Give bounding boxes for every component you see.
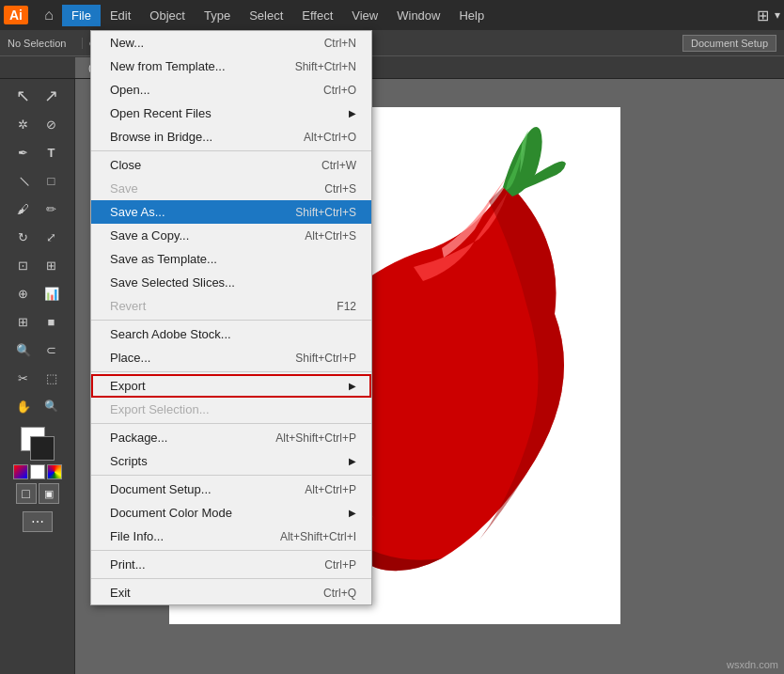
menu-exit[interactable]: Exit Ctrl+Q: [91, 581, 371, 604]
symbol-tools: ⊕ 📊: [10, 280, 65, 306]
menu-close[interactable]: Close Ctrl+W: [91, 153, 371, 177]
direct-selection-tool[interactable]: ↗: [39, 83, 65, 109]
paintbrush-tool[interactable]: 🖌: [10, 196, 37, 222]
menu-save-template[interactable]: Save as Template...: [91, 247, 371, 271]
menu-file[interactable]: File: [62, 5, 101, 26]
sidebar: ↖ ↗ ✲ ⊘ ✒ T | □ 🖌 ✏ ↻ ⤢ ⊡ ⊞ ⊕ 📊: [0, 79, 75, 674]
menu-new[interactable]: New... Ctrl+N: [91, 31, 371, 55]
menu-type[interactable]: Type: [195, 5, 240, 26]
menu-object[interactable]: Object: [140, 5, 195, 26]
menu-close-shortcut: Ctrl+W: [321, 159, 356, 172]
line-tool[interactable]: |: [5, 162, 42, 199]
export-arrow: ▶: [349, 381, 356, 391]
menu-save-copy-label: Save a Copy...: [110, 228, 189, 243]
gradient-mode-btn[interactable]: [47, 464, 62, 479]
arrange-icon[interactable]: ▾: [775, 8, 780, 22]
menu-doc-color-mode[interactable]: Document Color Mode ▶: [91, 501, 371, 525]
menu-open-shortcut: Ctrl+O: [323, 84, 356, 97]
symbol-sprayer-tool[interactable]: ⊕: [10, 280, 37, 306]
watermark: wsxdn.com: [727, 659, 778, 670]
fill-stroke-area: [21, 427, 55, 461]
screen-mode-btn[interactable]: ⋯: [23, 511, 53, 532]
color-mode-btn[interactable]: [13, 464, 28, 479]
menu-edit[interactable]: Edit: [101, 5, 140, 26]
free-transform-tool[interactable]: ⊞: [39, 252, 65, 278]
lasso-tool[interactable]: ⊘: [39, 111, 65, 137]
eraser-tool[interactable]: ⬚: [39, 365, 65, 391]
menu-effect[interactable]: Effect: [292, 5, 342, 26]
menu-place[interactable]: Place... Shift+Ctrl+P: [91, 346, 371, 369]
mesh-tool[interactable]: ⊞: [10, 308, 37, 335]
zoom-tool[interactable]: 🔍: [39, 393, 65, 419]
separator-3: [91, 371, 371, 372]
menu-save-copy-shortcut: Alt+Ctrl+S: [305, 229, 356, 243]
column-graph-tool[interactable]: 📊: [39, 280, 65, 306]
menu-export-label: Export: [110, 379, 146, 393]
hand-tool[interactable]: ✋: [10, 393, 37, 419]
menu-save-slices[interactable]: Save Selected Slices...: [91, 271, 371, 294]
menu-browse-bridge[interactable]: Browse in Bridge... Alt+Ctrl+O: [91, 125, 371, 149]
doc-setup-button[interactable]: Document Setup: [682, 35, 776, 52]
menu-search-stock[interactable]: Search Adobe Stock...: [91, 322, 371, 346]
menu-package-shortcut: Alt+Shift+Ctrl+P: [275, 431, 356, 445]
warp-tool[interactable]: ⊡: [10, 252, 37, 278]
blend-tool[interactable]: ⊂: [39, 337, 65, 363]
scale-tool[interactable]: ⤢: [39, 224, 65, 250]
separator-7: [91, 578, 371, 579]
eyedropper-tool[interactable]: 🔍: [10, 337, 37, 363]
menu-select[interactable]: Select: [240, 5, 292, 26]
menu-help[interactable]: Help: [449, 5, 494, 26]
normal-draw-btn[interactable]: □: [16, 483, 37, 504]
menu-open-recent[interactable]: Open Recent Files ▶: [91, 102, 371, 125]
none-mode-btn[interactable]: [30, 464, 45, 479]
menu-save-as-label: Save As...: [110, 205, 165, 219]
menu-new-shortcut: Ctrl+N: [324, 37, 356, 50]
menu-place-label: Place...: [110, 351, 150, 365]
menu-doc-setup[interactable]: Document Setup... Alt+Ctrl+P: [91, 478, 371, 501]
gradient-tool[interactable]: ■: [39, 308, 65, 335]
home-icon[interactable]: ⌂: [36, 2, 62, 28]
menu-open[interactable]: Open... Ctrl+O: [91, 78, 371, 102]
rotate-tool[interactable]: ↻: [10, 224, 37, 250]
scissors-tools: ✂ ⬚: [10, 365, 65, 391]
menu-doc-color-mode-label: Document Color Mode: [110, 506, 232, 520]
menu-save-copy[interactable]: Save a Copy... Alt+Ctrl+S: [91, 224, 371, 247]
menu-save-as-shortcut: Shift+Ctrl+S: [295, 206, 356, 219]
separator-1: [91, 150, 371, 151]
scripts-arrow: ▶: [349, 456, 356, 466]
color-mode-arrow: ▶: [349, 508, 356, 518]
menu-open-label: Open...: [110, 83, 150, 97]
menu-file-info-shortcut: Alt+Shift+Ctrl+I: [280, 530, 356, 543]
pen-tools: ✒ T: [10, 139, 65, 165]
warp-tools: ⊡ ⊞: [10, 252, 65, 278]
selection-tool[interactable]: ↖: [10, 83, 37, 109]
menu-search-stock-label: Search Adobe Stock...: [110, 327, 231, 341]
brush-tools: 🖌 ✏: [10, 196, 65, 222]
pencil-tool[interactable]: ✏: [39, 196, 65, 222]
menu-save-as[interactable]: Save As... Shift+Ctrl+S: [91, 200, 371, 224]
arrow-head: [423, 417, 436, 431]
menu-print-shortcut: Ctrl+P: [324, 558, 356, 572]
menu-print[interactable]: Print... Ctrl+P: [91, 553, 371, 576]
draw-behind-btn[interactable]: ▣: [39, 483, 59, 504]
menu-doc-setup-label: Document Setup...: [110, 482, 212, 496]
menu-file-info[interactable]: File Info... Alt+Shift+Ctrl+I: [91, 525, 371, 548]
menu-export[interactable]: Export ▶: [91, 374, 371, 398]
menu-package-label: Package...: [110, 431, 167, 445]
menu-window[interactable]: Window: [387, 5, 449, 26]
magic-wand-tool[interactable]: ✲: [10, 111, 37, 137]
text-tool[interactable]: T: [39, 139, 65, 165]
stroke-swatch[interactable]: [30, 436, 55, 461]
menu-exit-shortcut: Ctrl+Q: [323, 587, 356, 600]
shape-tool[interactable]: □: [39, 167, 65, 194]
arrow-line: [436, 423, 511, 425]
menu-bar: Ai ⌂ File Edit Object Type Select Effect…: [0, 0, 784, 30]
menu-view[interactable]: View: [342, 5, 387, 26]
menu-package[interactable]: Package... Alt+Shift+Ctrl+P: [91, 426, 371, 449]
menu-new-from-template[interactable]: New from Template... Shift+Ctrl+N: [91, 55, 371, 78]
grid-icon[interactable]: ⊞: [757, 7, 769, 24]
mesh-tools: ⊞ ■: [10, 308, 65, 335]
menu-revert-label: Revert: [110, 299, 146, 313]
menu-scripts[interactable]: Scripts ▶: [91, 449, 371, 473]
scissors-tool[interactable]: ✂: [10, 365, 37, 391]
